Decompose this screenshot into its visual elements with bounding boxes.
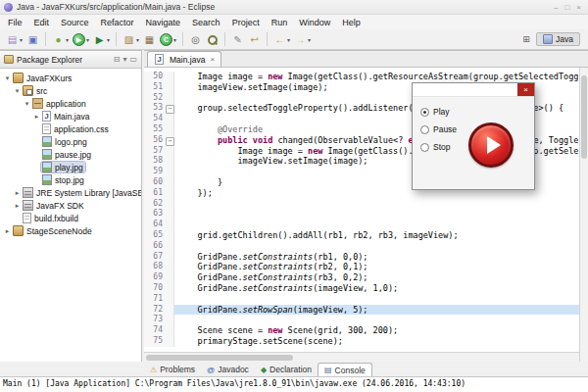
tree-item-src[interactable]: ▾src <box>0 84 141 97</box>
tree-item-javafx-sdk[interactable]: ▸JavaFX SDK <box>0 199 141 212</box>
package-explorer-header[interactable]: Package Explorer ⊟▾▭ <box>0 51 141 69</box>
code-line-67[interactable]: 67 GridPane.setConstraints(rb1, 0,0); <box>144 252 579 263</box>
app-close-button[interactable]: × <box>517 83 534 96</box>
toolbar-open-type-button[interactable]: ◎ <box>187 32 204 47</box>
perspective-java[interactable]: Java <box>536 32 580 46</box>
code-line-50[interactable]: 50 Image image = new Image(getClass().ge… <box>144 72 579 82</box>
code-line-64[interactable]: 64 <box>144 220 579 230</box>
code-line-69[interactable]: 69 GridPane.setConstraints(rb3, 0,2); <box>144 272 579 283</box>
code-line-70[interactable]: 70 GridPane.setConstraints(imageView, 1,… <box>144 283 579 294</box>
dropdown-arrow-icon[interactable]: ▾ <box>308 36 311 43</box>
toolbar-run-button[interactable]: ▶▾ <box>71 32 91 47</box>
tree-item-application-css[interactable]: application.css <box>0 122 141 135</box>
dropdown-arrow-icon[interactable]: ▾ <box>20 36 23 43</box>
tree-item-jre-system-library-javase-1-8[interactable]: ▸JRE System Library [JavaSE-1.8 <box>0 186 141 199</box>
fold-gutter <box>166 272 174 283</box>
open-perspective-icon[interactable]: ⊞ <box>520 33 532 45</box>
expander-icon[interactable]: ▸ <box>13 202 22 210</box>
tree-item-logo-png[interactable]: logo.png <box>0 135 141 148</box>
toolbar-debug-button[interactable]: ●▾ <box>50 32 71 47</box>
tree-item-pause-jpg[interactable]: pause.jpg <box>0 148 141 161</box>
menu-window[interactable]: Window <box>293 17 336 28</box>
menu-edit[interactable]: Edit <box>28 17 56 28</box>
menu-project[interactable]: Project <box>226 17 266 28</box>
expander-icon[interactable]: ▸ <box>32 113 41 121</box>
menu-navigate[interactable]: Navigate <box>140 17 187 28</box>
toolbar-row: ▤▾▣●▾▶▾▶▾▨▾▦C▾◎✎↩←▾→▾ ⊞ Java <box>0 29 588 50</box>
toolbar-mark-occurrences-button[interactable]: ✎ <box>229 32 246 47</box>
menu-file[interactable]: File <box>2 17 28 28</box>
code-line-65[interactable]: 65 grid.getChildren().addAll(rb1, rb2, r… <box>144 230 579 241</box>
dropdown-arrow-icon[interactable]: ▾ <box>287 36 290 43</box>
tree-item-play-jpg[interactable]: play.jpg <box>0 161 141 173</box>
vscroll-thumb[interactable] <box>581 75 587 159</box>
menu-refactor[interactable]: Refactor <box>95 17 140 28</box>
tree-item-main-java[interactable]: ▸Main.java <box>0 110 141 122</box>
tab-declaration[interactable]: ◆Declaration <box>255 363 318 376</box>
minimize-icon[interactable]: ▭ <box>129 55 137 64</box>
window-titlebar[interactable]: Java - JavaFXKurs/src/application/Main.j… <box>0 0 588 15</box>
javafx-app-window[interactable]: × PlayPauseStop <box>412 82 535 190</box>
tab-main-java[interactable]: Main.java × <box>147 51 221 67</box>
tab-console[interactable]: ▤Console <box>318 363 372 376</box>
tab-problems[interactable]: ⚠Problems <box>144 363 201 376</box>
toolbar-save-button[interactable]: ▣ <box>24 32 41 47</box>
minimize-window-icon[interactable]: – <box>554 3 558 12</box>
menu-source[interactable]: Source <box>55 17 95 28</box>
toolbar-new-java-project-button[interactable]: ▨▾ <box>121 32 141 47</box>
expander-icon[interactable]: ▾ <box>13 87 22 95</box>
toolbar-new-class-button[interactable]: C▾ <box>158 32 178 47</box>
fold-marker-icon[interactable] <box>166 103 174 114</box>
dropdown-arrow-icon[interactable]: ▾ <box>66 36 69 43</box>
code-line-71[interactable]: 71 <box>144 294 579 305</box>
radio-stop[interactable]: Stop <box>413 138 457 156</box>
app-window-titlebar[interactable]: × <box>413 83 534 97</box>
view-menu-icon[interactable]: ▾ <box>122 55 126 64</box>
close-window-icon[interactable]: × <box>576 3 581 12</box>
toolbar-new-package-button[interactable]: ▦ <box>141 32 158 47</box>
editor-tabrow: Main.java × <box>144 51 588 68</box>
code-line-73[interactable]: 73 <box>144 315 579 325</box>
maximize-window-icon[interactable]: □ <box>564 3 569 12</box>
menu-search[interactable]: Search <box>186 17 226 28</box>
radio-play[interactable]: Play <box>413 103 457 121</box>
code-line-66[interactable]: 66 <box>144 241 579 252</box>
expander-icon[interactable]: ▸ <box>13 189 22 197</box>
vertical-scrollbar[interactable] <box>579 68 588 362</box>
code-line-72[interactable]: 72 GridPane.setRowSpan(imageView, 5); <box>144 305 579 316</box>
dropdown-arrow-icon[interactable]: ▾ <box>86 36 89 43</box>
tree-item-javafxkurs[interactable]: ▾JavaFXKurs <box>0 72 141 84</box>
radio-pause[interactable]: Pause <box>413 121 457 138</box>
hscroll-thumb[interactable] <box>146 355 293 361</box>
tree-item-stop-jpg[interactable]: stop.jpg <box>0 173 141 186</box>
collapse-all-icon[interactable]: ⊟ <box>114 55 121 64</box>
close-tab-icon[interactable]: × <box>210 55 215 64</box>
toolbar-forward-button[interactable]: →▾ <box>292 32 313 47</box>
code-line-74[interactable]: 74 Scene scene = new Scene(grid, 300, 20… <box>144 325 579 336</box>
toolbar-back-button[interactable]: ←▾ <box>271 32 292 47</box>
expander-icon[interactable]: ▸ <box>3 227 12 235</box>
fold-gutter <box>166 305 174 316</box>
tree-item-build-fxbuild[interactable]: build.fxbuild <box>0 212 141 224</box>
code-line-68[interactable]: 68 GridPane.setConstraints(rb2, 0,1); <box>144 262 579 272</box>
code-line-62[interactable]: 62 <box>144 199 579 210</box>
tree-item-application[interactable]: ▾application <box>0 97 141 110</box>
menu-help[interactable]: Help <box>336 17 367 28</box>
console-body[interactable]: Main (1) [Java Application] C:\Program F… <box>0 376 588 392</box>
fold-marker-icon[interactable] <box>166 135 174 146</box>
menu-run[interactable]: Run <box>266 17 294 28</box>
horizontal-scrollbar[interactable] <box>144 352 579 362</box>
expander-icon[interactable]: ▾ <box>23 100 31 108</box>
dropdown-arrow-icon[interactable]: ▾ <box>107 36 110 43</box>
expander-icon[interactable]: ▾ <box>3 74 12 82</box>
dropdown-arrow-icon[interactable]: ▾ <box>173 36 176 43</box>
toolbar-search-button[interactable] <box>204 32 220 47</box>
toolbar-new-wizard-button[interactable]: ▤▾ <box>4 32 24 47</box>
tree-item-stagescenenode[interactable]: ▸StageSceneNode <box>0 224 141 237</box>
tab-javadoc[interactable]: @Javadoc <box>201 363 255 376</box>
code-line-75[interactable]: 75 primaryStage.setScene(scene); <box>144 336 579 347</box>
code-line-63[interactable]: 63 <box>144 209 579 220</box>
toolbar-run-external-button[interactable]: ▶▾ <box>91 32 112 47</box>
toolbar-last-edit-button[interactable]: ↩ <box>246 32 263 47</box>
dropdown-arrow-icon[interactable]: ▾ <box>136 36 139 43</box>
